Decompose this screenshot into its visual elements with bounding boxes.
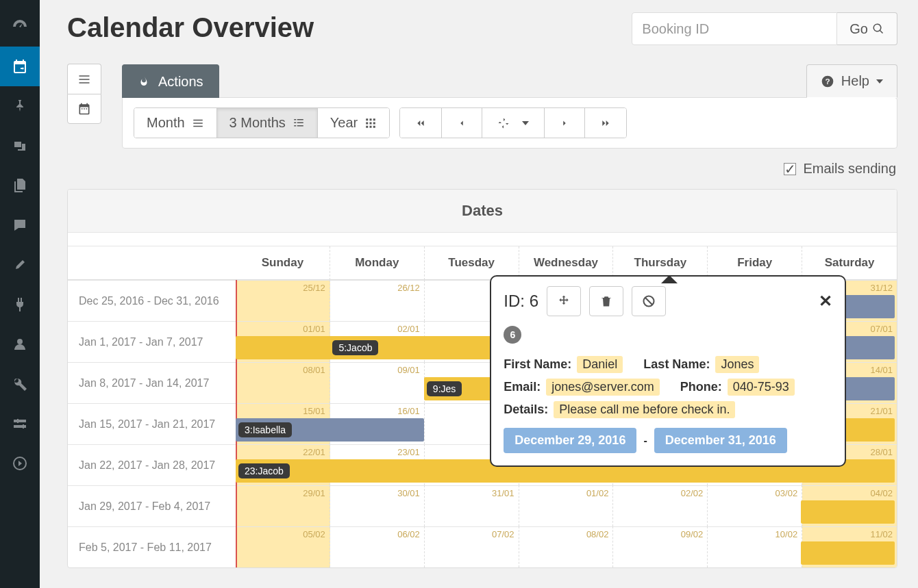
day-cell[interactable]: 03/02 bbox=[708, 485, 802, 526]
emails-sending-toggle[interactable]: ✓ Emails sending bbox=[67, 158, 897, 189]
go-button[interactable]: Go bbox=[837, 12, 897, 45]
week-label: Feb 5, 2017 - Feb 11, 2017 bbox=[68, 526, 236, 567]
day-cell[interactable]: 08/01 bbox=[236, 362, 330, 403]
sidebar-calendar[interactable] bbox=[0, 47, 40, 86]
day-cell[interactable]: 09/02 bbox=[613, 526, 708, 567]
day-cell[interactable]: 07/02 bbox=[425, 526, 519, 567]
day-cell[interactable]: 06/02 bbox=[330, 526, 425, 567]
nav-fast-back[interactable] bbox=[400, 108, 442, 138]
popover-phone: 040-75-93 bbox=[728, 379, 795, 396]
week-label: Jan 8, 2017 - Jan 14, 2017 bbox=[68, 362, 236, 403]
sidebar-dashboard[interactable] bbox=[0, 7, 40, 47]
day-cell[interactable]: 31/01 bbox=[425, 485, 519, 526]
booking-chip: 9:Jes bbox=[427, 381, 462, 396]
day-cell[interactable]: 02/02 bbox=[613, 485, 708, 526]
sidebar-comments[interactable] bbox=[0, 205, 40, 245]
nav-back[interactable] bbox=[442, 108, 482, 138]
sidebar-media[interactable] bbox=[0, 126, 40, 166]
popover-delete-button[interactable] bbox=[589, 286, 623, 316]
day-header: Monday bbox=[330, 246, 425, 280]
booking-bar[interactable] bbox=[801, 500, 895, 524]
week-label: Jan 22, 2017 - Jan 28, 2017 bbox=[68, 444, 236, 485]
popover-id: ID: 6 bbox=[504, 292, 538, 311]
popover-email: jones@server.com bbox=[546, 379, 659, 396]
sidebar-collapse[interactable] bbox=[0, 444, 40, 483]
popover-last-name: Jones bbox=[715, 356, 759, 373]
fire-icon bbox=[138, 75, 150, 88]
day-cell[interactable]: 09/01 bbox=[330, 362, 425, 403]
day-cell[interactable]: 25/12 bbox=[236, 280, 330, 321]
nav-fast-forward[interactable] bbox=[585, 108, 626, 138]
sidebar-plugins[interactable] bbox=[0, 285, 40, 324]
view-mode-buttons bbox=[67, 64, 101, 124]
sidebar-appearance[interactable] bbox=[0, 245, 40, 285]
popover-date-to: December 31, 2016 bbox=[654, 428, 787, 453]
search-group: Go bbox=[632, 12, 897, 45]
nav-today[interactable] bbox=[482, 108, 545, 138]
svg-text:?: ? bbox=[825, 77, 830, 86]
popover-first-name: Daniel bbox=[577, 356, 623, 373]
help-icon: ? bbox=[821, 75, 834, 88]
list-view-button[interactable] bbox=[67, 64, 101, 94]
booking-chip: 5:Jacob bbox=[332, 340, 378, 355]
day-cell[interactable]: 26/12 bbox=[330, 280, 425, 321]
popover-cancel-button[interactable] bbox=[632, 286, 666, 316]
sidebar-pin[interactable] bbox=[0, 86, 40, 126]
sidebar-pages[interactable] bbox=[0, 166, 40, 205]
nav-forward[interactable] bbox=[545, 108, 585, 138]
sidebar-tools[interactable] bbox=[0, 364, 40, 404]
search-icon bbox=[872, 23, 884, 35]
sidebar-users[interactable] bbox=[0, 324, 40, 364]
week-label: Jan 15, 2017 - Jan 21, 2017 bbox=[68, 403, 236, 444]
sidebar bbox=[0, 0, 40, 588]
calendar-view-button[interactable] bbox=[67, 94, 101, 124]
day-cell[interactable]: 30/01 bbox=[330, 485, 425, 526]
caret-down-icon bbox=[876, 79, 883, 84]
checkbox-icon: ✓ bbox=[784, 163, 796, 175]
popover-close-button[interactable]: ✕ bbox=[819, 292, 832, 311]
popover-details: Please call me before check in. bbox=[554, 401, 735, 418]
booking-popover: ID: 6 ✕ 6 First Name: Daniel Last Name: … bbox=[490, 275, 846, 467]
page-title: Calendar Overview bbox=[67, 12, 314, 43]
popover-move-button[interactable] bbox=[547, 286, 581, 316]
booking-id-input[interactable] bbox=[632, 12, 837, 45]
range-selector: Month 3 Months Year bbox=[134, 107, 390, 138]
day-cell[interactable]: 29/01 bbox=[236, 485, 330, 526]
day-cell[interactable]: 05/02 bbox=[236, 526, 330, 567]
day-cell[interactable]: 01/02 bbox=[519, 485, 614, 526]
booking-chip: 23:Jacob bbox=[238, 463, 290, 478]
nav-controls bbox=[399, 107, 627, 138]
actions-tab[interactable]: Actions bbox=[122, 64, 219, 98]
booking-chip: 3:Isabella bbox=[238, 422, 292, 437]
dates-header: Dates bbox=[68, 190, 897, 233]
week-label: Dec 25, 2016 - Dec 31, 2016 bbox=[68, 280, 236, 321]
sidebar-settings[interactable] bbox=[0, 404, 40, 444]
day-cell[interactable]: 10/02 bbox=[708, 526, 802, 567]
booking-bar[interactable]: 3:Isabella bbox=[236, 418, 424, 442]
day-header: Sunday bbox=[236, 246, 330, 280]
week-label: Jan 1, 2017 - Jan 7, 2017 bbox=[68, 321, 236, 362]
booking-bar[interactable] bbox=[801, 541, 895, 565]
help-button[interactable]: ? Help bbox=[806, 64, 897, 98]
range-3months[interactable]: 3 Months bbox=[217, 108, 318, 138]
day-cell[interactable]: 08/02 bbox=[519, 526, 614, 567]
week-label: Jan 29, 2017 - Feb 4, 2017 bbox=[68, 485, 236, 526]
popover-date-from: December 29, 2016 bbox=[504, 428, 636, 453]
range-year[interactable]: Year bbox=[318, 108, 389, 138]
range-month[interactable]: Month bbox=[134, 108, 217, 138]
popover-badge: 6 bbox=[504, 326, 521, 344]
